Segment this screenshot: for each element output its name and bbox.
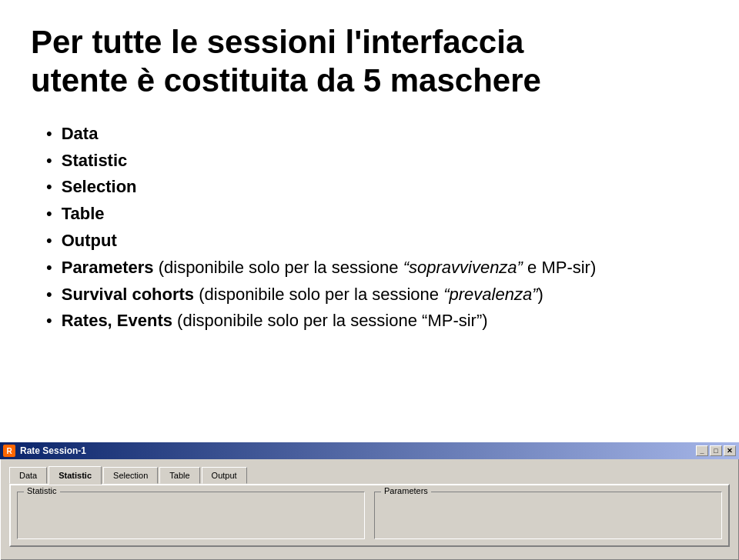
slide-title: Per tutte le sessioni l'interfaccia uten…: [31, 23, 708, 101]
main-content: Per tutte le sessioni l'interfaccia uten…: [0, 0, 739, 446]
dialog-titlebar: R Rate Session-1 _ □ ✕: [0, 442, 739, 459]
item-label: Parameters: [62, 256, 159, 280]
item-label: Survival cohorts: [62, 283, 199, 307]
item-detail: (disponibile solo per la sessione “preva…: [199, 283, 543, 307]
bullet-list: Data Statistic Selection Table Output Pa…: [46, 122, 708, 333]
list-item: Selection: [46, 175, 708, 199]
close-button[interactable]: ✕: [724, 445, 736, 456]
dialog-app-icon: R: [3, 445, 15, 457]
parameters-panel-label: Parameters: [381, 486, 431, 495]
parameters-panel: Parameters: [374, 492, 722, 539]
tab-bar: Data Statistic Selection Table Output: [5, 462, 734, 484]
item-label: Selection: [62, 175, 137, 199]
statistic-panel-label: Statistic: [24, 486, 60, 495]
tab-table[interactable]: Table: [159, 467, 199, 484]
tab-statistic[interactable]: Statistic: [48, 466, 102, 485]
tab-selection[interactable]: Selection: [103, 467, 158, 484]
item-label: Statistic: [62, 149, 128, 173]
item-detail: (disponibile solo per la sessione “MP-si…: [177, 309, 487, 333]
list-item: Output: [46, 229, 708, 253]
item-label: Table: [62, 202, 105, 226]
list-item: Rates, Events (disponibile solo per la s…: [46, 309, 708, 333]
panel-row: Statistic Parameters: [17, 492, 722, 539]
list-item: Table: [46, 202, 708, 226]
list-item: Data: [46, 122, 708, 146]
title-left: R Rate Session-1: [3, 445, 86, 457]
dialog-controls[interactable]: _ □ ✕: [696, 445, 736, 456]
dialog-body: Data Statistic Selection Table Output St…: [0, 459, 739, 550]
tab-data[interactable]: Data: [9, 467, 47, 484]
dialog-title: Rate Session-1: [20, 445, 86, 456]
item-label: Data: [62, 122, 99, 146]
item-label: Rates, Events: [62, 309, 177, 333]
list-item: Statistic: [46, 149, 708, 173]
item-detail: (disponibile solo per la sessione “sopra…: [159, 256, 597, 280]
item-label: Output: [62, 229, 117, 253]
dialog-window: R Rate Session-1 _ □ ✕ Data Statistic Se…: [0, 441, 739, 560]
list-item: Survival cohorts (disponibile solo per l…: [46, 283, 708, 307]
tab-output[interactable]: Output: [202, 467, 247, 484]
minimize-button[interactable]: _: [696, 445, 708, 456]
list-item: Parameters (disponibile solo per la sess…: [46, 256, 708, 280]
maximize-button[interactable]: □: [710, 445, 722, 456]
statistic-panel: Statistic: [17, 492, 365, 539]
tab-content: Statistic Parameters: [9, 484, 730, 547]
